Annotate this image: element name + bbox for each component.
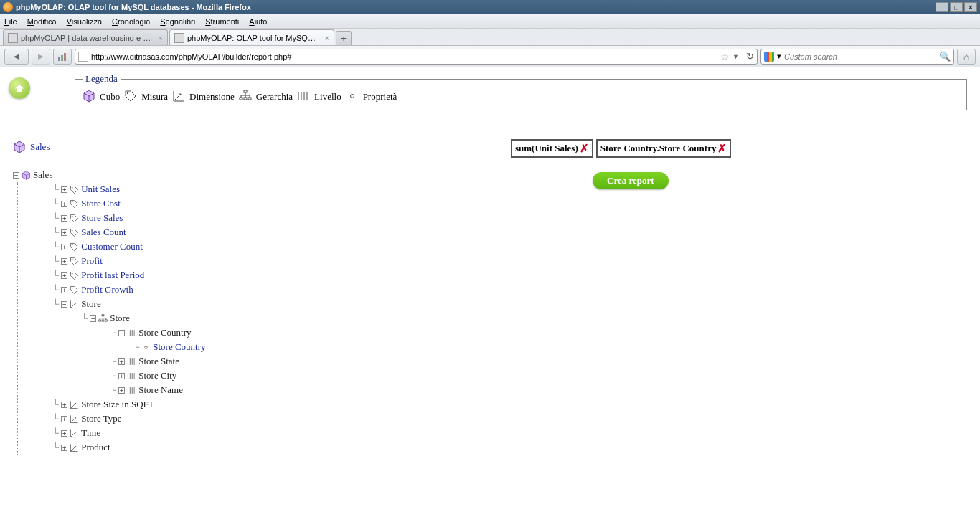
menu-modifica[interactable]: Modifica	[27, 17, 57, 26]
measure-icon	[70, 228, 79, 237]
tree-level[interactable]: └−Store Country	[110, 326, 206, 340]
tree-link[interactable]: Profit	[81, 254, 103, 268]
tab-1[interactable]: phpMyOLAP: OLAP tool for MySQL datab... …	[169, 29, 334, 45]
collapse-icon[interactable]: −	[118, 330, 125, 336]
level-icon	[127, 328, 136, 338]
tree-link[interactable]: Unit Sales	[81, 182, 120, 196]
tree-dimension[interactable]: └+Store Type	[52, 412, 206, 426]
schema-tree: − Sales └+Unit Sales └+Store Cost └+Stor…	[13, 168, 206, 455]
tree-measure[interactable]: └+Store Sales	[52, 211, 206, 225]
search-input[interactable]	[784, 52, 936, 61]
tree-root[interactable]: − Sales	[13, 168, 206, 182]
tree-level[interactable]: └+Store State	[110, 354, 206, 369]
tree-measure[interactable]: └+Customer Count	[52, 239, 206, 254]
url-dropdown-icon[interactable]: ▼	[732, 53, 739, 60]
tree-link[interactable]: Profit Growth	[81, 282, 133, 297]
expand-icon[interactable]: +	[118, 358, 125, 365]
tree-measure[interactable]: └+Profit	[52, 254, 206, 268]
bookmark-star-icon[interactable]: ☆	[720, 51, 730, 62]
menu-visualizza[interactable]: Visualizza	[67, 17, 102, 26]
tree-measure[interactable]: └+Profit Growth	[52, 282, 206, 297]
expand-icon[interactable]: +	[61, 430, 67, 437]
tree-dimension[interactable]: └+Product	[52, 440, 206, 455]
expand-icon[interactable]: +	[118, 373, 125, 379]
nav-back-button[interactable]: ◄	[4, 49, 29, 65]
window-maximize-button[interactable]: □	[950, 2, 963, 12]
measure-icon	[70, 214, 79, 223]
tree-label: Store Type	[81, 412, 121, 426]
drop-cell-dimension[interactable]: Store Country.Store Country ✗	[596, 139, 732, 158]
nav-home-button[interactable]: ⌂	[957, 49, 976, 65]
expand-icon[interactable]: +	[61, 186, 67, 193]
tree-dimension[interactable]: └+Time	[52, 426, 206, 440]
tree-measure[interactable]: └+Unit Sales	[52, 182, 206, 196]
url-bar[interactable]: ☆ ▼ ↻	[75, 49, 758, 65]
tab-0[interactable]: phpMyOLAP | data warehousing e analisi .…	[3, 29, 168, 45]
menu-cronologia[interactable]: Cronologia	[112, 17, 150, 26]
google-icon	[764, 52, 774, 62]
tree-link[interactable]: Store Sales	[81, 211, 123, 225]
collapse-icon[interactable]: −	[13, 172, 19, 179]
page-content: Legenda Cubo Misura Dimensione Gerarchia…	[0, 67, 980, 532]
expand-icon[interactable]: +	[61, 244, 67, 250]
menu-aiuto[interactable]: Aiuto	[249, 17, 267, 26]
tree-dimension[interactable]: └+Store Size in SQFT	[52, 397, 206, 412]
search-engine-dropdown-icon[interactable]: ▾	[777, 52, 781, 61]
tab-close-icon[interactable]: ×	[159, 34, 163, 42]
expand-icon[interactable]: +	[61, 272, 67, 279]
tree-link[interactable]: Store Country	[153, 340, 205, 354]
tab-close-icon[interactable]: ×	[325, 34, 329, 42]
create-report-button[interactable]: Crea report	[593, 172, 669, 189]
app-home-button[interactable]	[9, 77, 30, 99]
tree-dimension[interactable]: └−Store	[52, 297, 206, 311]
search-icon[interactable]: 🔍	[939, 51, 951, 62]
legend-livello: Livello	[314, 91, 341, 103]
tree-link[interactable]: Sales Count	[81, 225, 126, 239]
expand-icon[interactable]: +	[61, 215, 67, 222]
tree-level[interactable]: └+Store Name	[110, 383, 206, 397]
search-bar[interactable]: ▾ 🔍	[760, 49, 954, 65]
level-icon	[127, 386, 136, 395]
window-close-button[interactable]: ×	[964, 2, 977, 12]
tree-label: Store Size in SQFT	[81, 397, 154, 412]
tree-measure[interactable]: └+Store Cost	[52, 196, 206, 211]
expand-icon[interactable]: +	[61, 258, 67, 265]
menu-file[interactable]: File	[4, 17, 17, 26]
remove-icon[interactable]: ✗	[717, 142, 727, 155]
nav-toolbar: ◄ ► ☆ ▼ ↻ ▾ 🔍 ⌂	[0, 46, 980, 67]
tree-label: Store Name	[138, 383, 183, 397]
cube-icon	[83, 90, 95, 103]
expand-icon[interactable]: +	[61, 402, 67, 408]
tree-property[interactable]: └Store Country	[133, 340, 206, 354]
expand-icon[interactable]: +	[61, 287, 67, 293]
expand-icon[interactable]: +	[61, 229, 67, 236]
dimension-icon	[172, 90, 185, 103]
new-tab-button[interactable]: +	[336, 31, 352, 45]
expand-icon[interactable]: +	[61, 445, 67, 451]
tree-link[interactable]: Store Cost	[81, 196, 121, 211]
menu-strumenti[interactable]: Strumenti	[205, 17, 239, 26]
measure-icon	[70, 257, 79, 266]
tree-link[interactable]: Profit last Period	[81, 268, 144, 282]
cube-name-link[interactable]: Sales	[30, 141, 50, 153]
tree-label: Store	[81, 297, 100, 311]
expand-icon[interactable]: +	[61, 416, 67, 422]
window-minimize-button[interactable]: _	[936, 2, 948, 12]
remove-icon[interactable]: ✗	[580, 142, 589, 155]
hierarchy-icon	[239, 90, 252, 103]
tree-link[interactable]: Customer Count	[81, 239, 143, 254]
tree-measure[interactable]: └+Sales Count	[52, 225, 206, 239]
collapse-icon[interactable]: −	[90, 315, 96, 322]
drop-cell-measure[interactable]: sum(Unit Sales) ✗	[511, 139, 593, 158]
expand-icon[interactable]: +	[118, 387, 125, 394]
expand-icon[interactable]: +	[61, 201, 67, 207]
nav-history-button[interactable]	[53, 49, 72, 65]
menu-segnalibri[interactable]: Segnalibri	[160, 17, 195, 26]
nav-forward-button[interactable]: ►	[32, 49, 50, 65]
reload-icon[interactable]: ↻	[746, 51, 754, 62]
collapse-icon[interactable]: −	[61, 301, 67, 308]
tree-level[interactable]: └+Store City	[110, 369, 206, 383]
tree-hierarchy[interactable]: └−Store	[81, 311, 206, 326]
tree-measure[interactable]: └+Profit last Period	[52, 268, 206, 282]
url-input[interactable]	[91, 52, 717, 61]
